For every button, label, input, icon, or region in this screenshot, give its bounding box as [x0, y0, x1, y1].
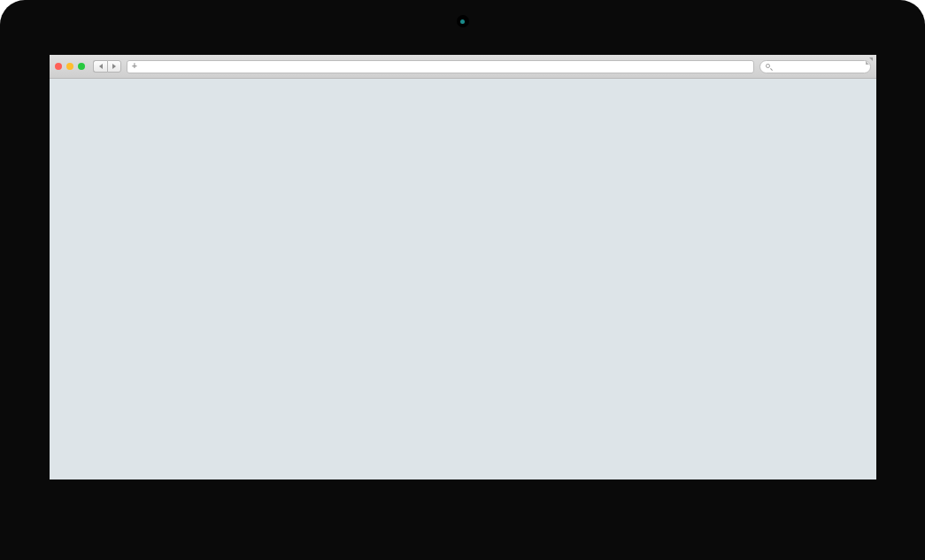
- back-button[interactable]: [93, 60, 107, 73]
- address-bar[interactable]: +: [127, 60, 754, 73]
- window-controls: [55, 63, 85, 70]
- forward-button[interactable]: [107, 60, 121, 73]
- chevron-right-icon: [112, 64, 116, 69]
- maximize-button[interactable]: [78, 63, 85, 70]
- screen: +: [50, 55, 876, 479]
- nav-buttons: [93, 60, 121, 73]
- address-bar-container: +: [127, 60, 871, 73]
- expand-icon-part: [869, 58, 873, 61]
- monitor-bezel: +: [0, 0, 925, 560]
- search-bar[interactable]: [759, 60, 871, 73]
- webcam-lens: [460, 19, 465, 24]
- close-button[interactable]: [55, 63, 62, 70]
- minimize-button[interactable]: [66, 63, 73, 70]
- browser-toolbar: +: [50, 55, 876, 79]
- expand-icon-part: [866, 61, 869, 65]
- page-content: [50, 79, 876, 479]
- add-icon[interactable]: +: [132, 62, 137, 71]
- webcam: [457, 15, 469, 27]
- chevron-left-icon: [99, 64, 103, 69]
- fullscreen-button[interactable]: [866, 58, 873, 65]
- search-icon: [766, 64, 772, 70]
